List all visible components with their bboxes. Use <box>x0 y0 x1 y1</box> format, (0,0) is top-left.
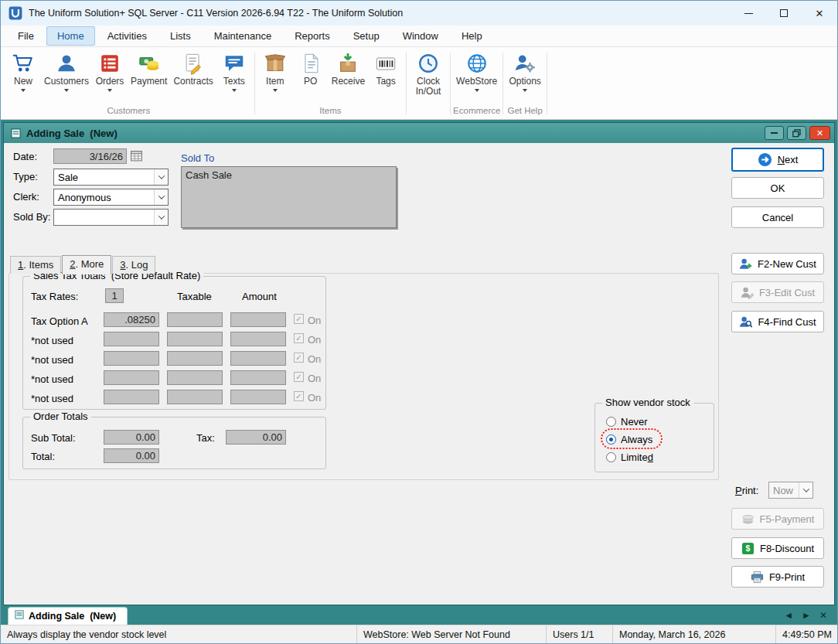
tax-row-label: *not used <box>31 373 73 385</box>
dialog-close-icon[interactable]: ✕ <box>809 126 830 140</box>
f4-find-cust-button[interactable]: F4-Find Cust <box>731 311 824 332</box>
tab-log[interactable]: 3. Log <box>112 256 155 274</box>
f8-discount-button[interactable]: $ F8-Discount <box>731 537 824 559</box>
type-combobox[interactable]: Sale <box>53 169 169 186</box>
dropdown-caret-icon <box>64 89 69 92</box>
next-arrow-icon <box>758 152 772 167</box>
taxable-field <box>167 370 223 385</box>
mdi-workspace: Adding Sale (New) ✕ Date: 3/16/26 Type: … <box>1 120 837 625</box>
menu-maintenance[interactable]: Maintenance <box>203 26 282 46</box>
dialog-minimize-icon[interactable] <box>765 126 784 140</box>
clerk-label: Clerk: <box>13 191 39 203</box>
tax-rates-field: 1 <box>105 288 124 303</box>
ribbon-button-options[interactable]: Options <box>506 49 543 92</box>
nav-close-icon[interactable]: ✕ <box>819 610 827 621</box>
ribbon-group-items: Item PO Receive <box>257 49 404 119</box>
tab-items[interactable]: 1. Items <box>10 256 61 274</box>
sold-by-label: Sold By: <box>13 211 50 223</box>
minimize-icon[interactable] <box>731 1 766 26</box>
ribbon-button-tags[interactable]: Tags <box>368 49 404 87</box>
dialog-restore-icon[interactable] <box>787 126 806 140</box>
menu-setup[interactable]: Setup <box>342 26 390 46</box>
ribbon-group-label: Customers <box>5 105 252 119</box>
sales-tax-group: Sales Tax Totals (Store Default Rate) Ta… <box>22 276 326 410</box>
ribbon-group-get-help: Options Get Help <box>506 49 543 119</box>
menu-lists[interactable]: Lists <box>159 26 202 46</box>
calendar-icon[interactable] <box>130 149 143 165</box>
dialog-titlebar[interactable]: Adding Sale (New) ✕ <box>4 123 834 143</box>
date-label: Date: <box>13 151 37 162</box>
ribbon-button-customers[interactable]: Customers <box>41 49 92 92</box>
on-checkbox: ✓ <box>294 333 304 343</box>
application-window: The Uniform Solution+ SQL Server - C11 V… <box>0 0 838 644</box>
clock-icon <box>417 51 440 76</box>
on-checkbox: ✓ <box>294 391 304 401</box>
tab-more[interactable]: 2. More <box>62 255 111 274</box>
ribbon-toolbar: New Customers Orders <box>1 47 837 120</box>
sub-total-field: 0.00 <box>104 430 159 445</box>
menu-help[interactable]: Help <box>451 26 493 46</box>
ribbon-separator <box>502 53 503 114</box>
ok-button[interactable]: OK <box>731 177 824 199</box>
ribbon-button-clock-in-out[interactable]: Clock In/Out <box>409 49 448 96</box>
menu-window[interactable]: Window <box>392 26 449 46</box>
mdi-tab-navigation: ◄ ► ✕ <box>784 610 833 625</box>
radio-option-limited[interactable]: Limited <box>606 451 653 464</box>
new-customer-icon <box>739 257 752 271</box>
on-checkbox: ✓ <box>294 314 304 324</box>
close-icon[interactable]: ✕ <box>802 1 837 26</box>
cancel-button[interactable]: Cancel <box>731 206 824 228</box>
shopping-cart-icon <box>12 51 35 76</box>
radio-option-always[interactable]: Always <box>606 433 652 446</box>
show-vendor-stock-group: Show vendor stock Never Always Limited <box>594 403 714 472</box>
status-message: Always display the vendor stock level <box>1 625 357 643</box>
maximize-icon[interactable] <box>766 1 802 26</box>
webstore-globe-icon <box>465 51 489 76</box>
tax-total-field: 0.00 <box>226 430 286 445</box>
sub-total-label: Sub Total: <box>31 432 76 444</box>
sold-to-label[interactable]: Sold To <box>181 152 214 164</box>
f2-new-cust-button[interactable]: F2-New Cust <box>731 253 824 274</box>
ribbon-button-receive[interactable]: Receive <box>329 49 368 87</box>
app-logo-icon <box>9 6 22 20</box>
window-title: The Uniform Solution+ SQL Server - C11 V… <box>29 8 731 19</box>
ribbon-button-contracts[interactable]: Contracts <box>170 49 216 87</box>
svg-text:$: $ <box>746 544 751 553</box>
dialog-title: Adding Sale (New) <box>26 128 761 139</box>
nav-previous-icon[interactable]: ◄ <box>784 610 793 621</box>
tax-row-label: *not used <box>31 393 73 404</box>
ribbon-group-label: Items <box>257 105 404 119</box>
adding-sale-window: Adding Sale (New) ✕ Date: 3/16/26 Type: … <box>3 122 835 605</box>
sold-to-panel: Cash Sale <box>181 166 397 228</box>
radio-option-never[interactable]: Never <box>606 415 648 428</box>
f9-print-button[interactable]: F9-Print <box>731 566 824 588</box>
ribbon-button-payment[interactable]: Payment <box>128 49 170 87</box>
sold-by-combobox[interactable] <box>53 209 169 226</box>
print-combobox[interactable]: Now <box>768 482 813 499</box>
ribbon-button-orders[interactable]: Orders <box>92 49 128 92</box>
tax-rate-field <box>104 332 159 346</box>
ribbon-group-ecommerce: WebStore Ecommerce <box>453 49 500 119</box>
ribbon-button-texts[interactable]: Texts <box>216 49 252 92</box>
clerk-combobox[interactable]: Anonymous <box>53 189 169 206</box>
amount-field <box>230 390 286 404</box>
total-field: 0.00 <box>104 448 159 463</box>
menu-reports[interactable]: Reports <box>284 26 341 46</box>
menu-home[interactable]: Home <box>46 26 95 46</box>
next-button[interactable]: Next <box>731 148 824 172</box>
nav-next-icon[interactable]: ► <box>802 610 811 621</box>
tax-rate-field <box>104 351 159 366</box>
ribbon-button-new[interactable]: New <box>5 49 41 92</box>
date-field: 3/16/26 <box>53 148 127 164</box>
mdi-tab-adding-sale[interactable]: Adding Sale (New) <box>8 607 128 625</box>
orders-icon <box>98 51 121 76</box>
form-icon <box>11 128 21 138</box>
menu-file[interactable]: File <box>7 26 45 46</box>
taxable-column-header: Taxable <box>177 291 212 302</box>
ribbon-button-webstore[interactable]: WebStore <box>453 49 500 92</box>
menu-activities[interactable]: Activities <box>97 26 158 46</box>
ribbon-button-po[interactable]: PO <box>293 49 329 87</box>
ribbon-button-item[interactable]: Item <box>257 49 293 92</box>
total-label: Total: <box>31 451 55 462</box>
chevron-down-icon <box>154 169 168 185</box>
